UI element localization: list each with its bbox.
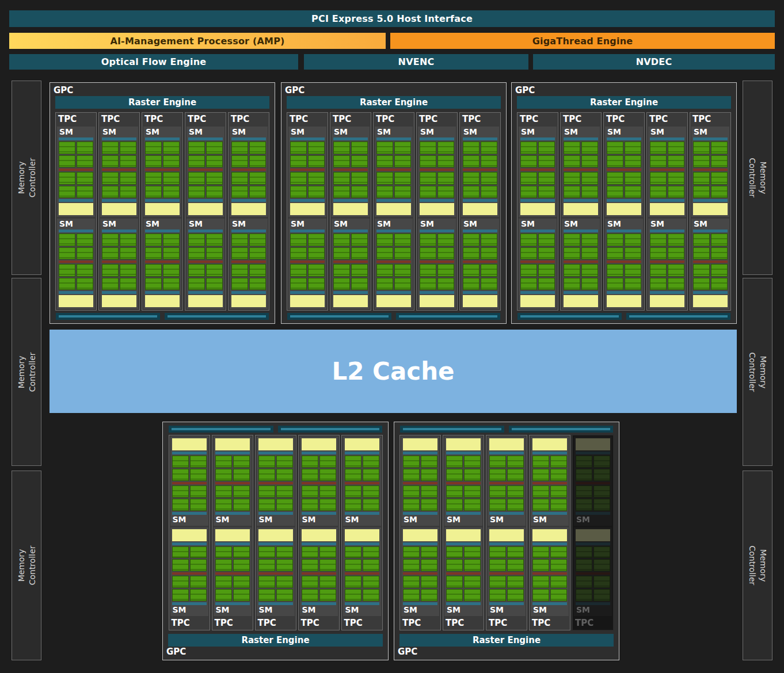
sm-block: SM bbox=[57, 127, 95, 217]
core-cell bbox=[172, 559, 189, 571]
sm-lsu-bar bbox=[446, 452, 481, 454]
core-cell bbox=[607, 142, 623, 154]
sm-core-grid bbox=[290, 172, 325, 198]
sm-internals bbox=[302, 438, 336, 515]
sm-lsu-bar bbox=[564, 199, 598, 202]
sm-lsu-bar bbox=[650, 291, 684, 294]
core-cell bbox=[538, 186, 555, 198]
sm-internals bbox=[576, 529, 610, 606]
tpc-block: TPCSMSM bbox=[690, 112, 731, 311]
sm-lsu-bar bbox=[231, 291, 266, 294]
amp-label: AI-Management Processor (AMP) bbox=[110, 36, 284, 47]
sm-core-grid bbox=[376, 234, 411, 259]
shared-bar bbox=[165, 313, 269, 320]
core-cell bbox=[446, 499, 463, 511]
core-cell bbox=[206, 142, 223, 154]
sm-label: SM bbox=[172, 515, 207, 525]
core-cell bbox=[276, 546, 293, 559]
sm-divider-bar bbox=[345, 572, 379, 575]
core-cell bbox=[190, 485, 207, 498]
sm-lsu-bar bbox=[188, 291, 223, 294]
core-cell bbox=[120, 186, 136, 198]
gpc-shared-bars bbox=[165, 423, 386, 434]
core-cell bbox=[581, 247, 598, 260]
core-cell bbox=[172, 589, 189, 601]
tpc-label: TPC bbox=[257, 618, 295, 629]
core-cell bbox=[215, 499, 232, 511]
core-cell bbox=[163, 186, 180, 198]
sm-divider-bar bbox=[333, 169, 368, 171]
sm-core-grid bbox=[607, 142, 641, 167]
core-cell bbox=[593, 485, 610, 498]
core-cell bbox=[711, 234, 728, 246]
core-cell bbox=[550, 456, 567, 468]
tpc-block-disabled: SMSMTPC bbox=[572, 435, 614, 630]
sm-cache-block bbox=[172, 529, 207, 541]
sm-divider-bar bbox=[420, 169, 454, 171]
sm-core-grid bbox=[145, 142, 180, 167]
core-cell bbox=[581, 142, 598, 154]
sm-cache-block bbox=[463, 203, 497, 215]
core-cell bbox=[351, 172, 368, 185]
core-cell bbox=[650, 247, 667, 260]
raster-engine-bar: Raster Engine bbox=[399, 634, 614, 647]
sm-core-grid bbox=[693, 172, 728, 198]
sm-lsu-bar bbox=[172, 542, 207, 545]
tpc-block: TPCSMSM bbox=[603, 112, 645, 311]
core-cell bbox=[437, 264, 454, 277]
sm-divider-bar bbox=[489, 482, 524, 484]
memory-controller-block: Memory Controller bbox=[12, 81, 41, 275]
tpc-label: TPC bbox=[488, 618, 526, 629]
core-cell bbox=[276, 456, 293, 468]
sm-lsu-bar bbox=[258, 452, 293, 454]
sm-label: SM bbox=[420, 127, 454, 137]
sm-core-grid bbox=[172, 456, 207, 481]
core-cell bbox=[581, 155, 598, 168]
gpc-shared-bars bbox=[397, 423, 616, 434]
sm-divider-bar bbox=[576, 572, 610, 575]
core-cell bbox=[625, 142, 641, 154]
sm-lsu-bar bbox=[376, 291, 411, 294]
sm-core-grid bbox=[576, 546, 610, 572]
core-cell bbox=[538, 264, 555, 277]
core-cell bbox=[593, 589, 610, 601]
core-cell bbox=[77, 278, 93, 290]
sm-lsu-bar bbox=[215, 452, 250, 454]
sm-internals bbox=[532, 529, 567, 606]
core-cell bbox=[538, 172, 555, 185]
core-cell bbox=[258, 559, 275, 571]
core-cell bbox=[421, 469, 437, 481]
sm-core-grid bbox=[607, 172, 641, 198]
tpc-block: TPCSMSM bbox=[98, 112, 140, 311]
pcie-host-interface-bar: PCI Express 5.0 Host Interface bbox=[9, 10, 775, 27]
sm-cache-block bbox=[258, 529, 293, 541]
tpc-label: TPC bbox=[444, 618, 482, 629]
shared-bar bbox=[517, 313, 622, 320]
sm-internals bbox=[231, 137, 266, 215]
tpc-label: TPC bbox=[100, 114, 138, 125]
core-cell bbox=[394, 155, 411, 168]
sm-lsu-bar bbox=[693, 199, 728, 202]
core-cell bbox=[421, 485, 437, 498]
sm-core-grid bbox=[403, 546, 437, 572]
core-cell bbox=[532, 576, 549, 588]
core-cell bbox=[276, 499, 293, 511]
gpc-label: GPC bbox=[52, 84, 272, 96]
memory-controller-label: Memory Controller bbox=[747, 352, 768, 392]
core-cell bbox=[532, 485, 549, 498]
sm-scheduler-bar bbox=[333, 137, 368, 140]
core-cell bbox=[550, 546, 567, 559]
sm-label: SM bbox=[231, 219, 266, 230]
core-cell bbox=[481, 264, 497, 277]
core-cell bbox=[420, 142, 436, 154]
sm-core-grid bbox=[489, 485, 524, 511]
sm-label: SM bbox=[564, 219, 598, 230]
sm-divider-bar bbox=[59, 261, 93, 263]
core-cell bbox=[481, 142, 497, 154]
tpc-label: TPC bbox=[691, 114, 729, 125]
sm-label: SM bbox=[215, 605, 250, 615]
memory-controller-label: Memory Controller bbox=[16, 158, 37, 198]
sm-label: SM bbox=[463, 219, 497, 230]
core-cell bbox=[163, 278, 180, 290]
core-cell bbox=[489, 456, 506, 468]
